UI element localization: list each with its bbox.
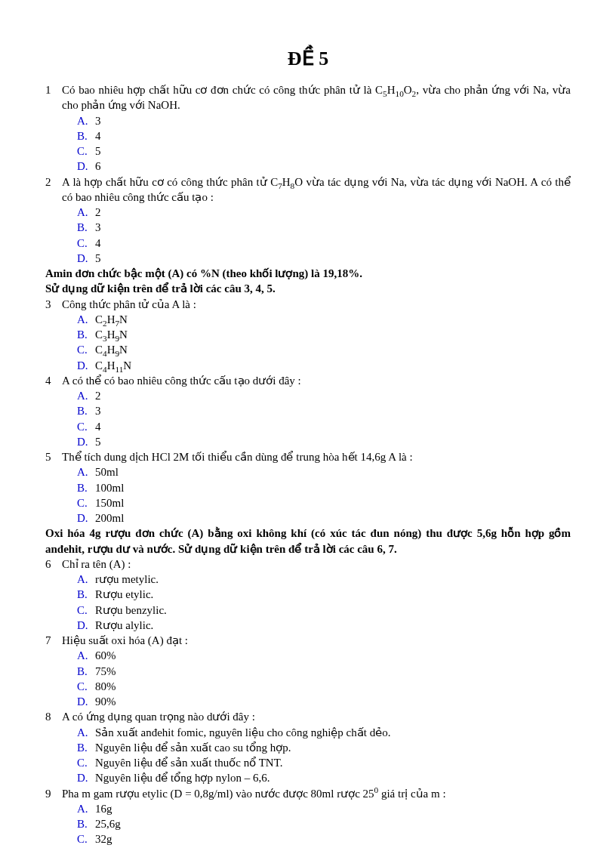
option-text: 3 [95,113,101,128]
option: A.60% [77,648,571,663]
question-text: A là hợp chất hữu cơ có công thức phân t… [62,174,571,205]
options: A.50mlB.100mlC.150mlD.200ml [77,464,571,526]
question: 9Pha m gam rượu etylic (D = 0,8g/ml) vào… [45,786,571,801]
option: A.rượu metylic. [77,572,571,587]
question-text: Có bao nhiêu hợp chất hữu cơ đơn chức có… [62,82,571,113]
option-letter: B. [77,587,95,602]
option: D.6 [77,159,571,174]
option-text: 25,6g [95,816,121,831]
question-text: Chỉ ra tên (A) : [62,557,571,572]
option-text: 200ml [95,510,124,526]
option-letter: C. [77,679,95,694]
question: 2A là hợp chất hữu cơ có công thức phân … [45,174,571,205]
option-text: 2 [95,205,101,220]
question-number: 1 [45,82,62,113]
option-letter: A. [77,572,95,587]
option: A.C2H7N [77,312,571,327]
question-number: 9 [45,786,62,801]
option-text: 5 [95,434,101,449]
option-text: Sản xuất anđehit fomic, nguyên liệu cho … [95,725,390,740]
option: C.80% [77,679,571,694]
option-text: 75% [95,664,116,679]
option: A.2 [77,388,571,403]
question-number: 8 [45,709,62,724]
option-letter: A. [77,113,95,128]
option: D.90% [77,694,571,709]
option: B.Nguyên liệu để sản xuất cao su tổng hợ… [77,740,571,755]
option: B.4 [77,128,571,143]
option-letter: D. [77,251,95,266]
option-letter: C. [77,603,95,618]
question-number: 7 [45,633,62,648]
option-text: C3H9N [95,327,128,342]
option-text: Rượu etylic. [95,587,153,602]
option-letter: A. [77,464,95,480]
option-letter: B. [77,664,95,679]
option-letter: D. [77,694,95,709]
option-letter: D. [77,618,95,633]
options: A.2B.3C.4D.5 [77,205,571,266]
option: A.2 [77,205,571,220]
option-letter: C. [77,143,95,159]
option-text: 5 [95,143,101,159]
option: D.Rượu alylic. [77,618,571,633]
options: A.60%B.75%C.80%D.90% [77,648,571,709]
option-letter: B. [77,327,95,342]
options: A.Sản xuất anđehit fomic, nguyên liệu ch… [77,725,571,786]
options: A.2B.3C.4D.5 [77,388,571,449]
options: A.rượu metylic.B.Rượu etylic.C.Rượu benz… [77,572,571,633]
option-letter: B. [77,128,95,143]
option: A.3 [77,113,571,128]
option-text: 6 [95,159,101,174]
question-text: Pha m gam rượu etylic (D = 0,8g/ml) vào … [62,786,571,801]
option: C.150ml [77,495,571,510]
option: B.100ml [77,480,571,495]
option-letter: D. [77,770,95,785]
question-text: A có thể có bao nhiêu công thức cấu tạo … [62,373,571,388]
option: B.25,6g [77,816,571,831]
options: A.C2H7NB.C3H9NC.C4H9ND.C4H11N [77,312,571,373]
option: C.32g [77,831,571,846]
option: A.50ml [77,464,571,480]
passage-text: Oxi hóa 4g rượu đơn chức (A) bằng oxi kh… [45,526,571,557]
option-text: C2H7N [95,312,128,327]
options: A.3B.4C.5D.6 [77,113,571,174]
option-letter: A. [77,725,95,740]
option: C.Nguyên liệu để sản xuất thuốc nổ TNT. [77,755,571,770]
question: 7Hiệu suất oxi hóa (A) đạt : [45,633,571,648]
option: B.Rượu etylic. [77,587,571,602]
option-text: 32g [95,831,112,846]
option-letter: D. [77,159,95,174]
passage-text: Amin đơn chức bậc một (A) có %N (theo kh… [45,266,571,281]
option-letter: C. [77,342,95,357]
option-text: 3 [95,220,101,235]
option-text: 90% [95,694,116,709]
question-number: 4 [45,373,62,388]
option-letter: A. [77,801,95,816]
option-text: 3 [95,403,101,418]
question-text: A có ứng dụng quan trọng nào dưới đây : [62,709,571,724]
option-letter: D. [77,358,95,373]
question-text: Công thức phân tử của A là : [62,297,571,312]
option-text: Nguyên liệu để sản xuất cao su tổng hợp. [95,740,291,755]
option-text: C4H11N [95,358,131,373]
option: C.4 [77,236,571,251]
option: B.3 [77,220,571,235]
option: C.C4H9N [77,342,571,357]
option: D.200ml [77,510,571,526]
option: C.5 [77,143,571,159]
question: 4A có thể có bao nhiêu công thức cấu tạo… [45,373,571,388]
option: D.5 [77,434,571,449]
question-number: 6 [45,557,62,572]
question: 6Chỉ ra tên (A) : [45,557,571,572]
option: A.Sản xuất anđehit fomic, nguyên liệu ch… [77,725,571,740]
option-text: Nguyên liệu để sản xuất thuốc nổ TNT. [95,755,282,770]
option-letter: C. [77,236,95,251]
question: 8A có ứng dụng quan trọng nào dưới đây : [45,709,571,724]
option: B.C3H9N [77,327,571,342]
option: D.C4H11N [77,358,571,373]
option-letter: D. [77,510,95,526]
question-number: 2 [45,174,62,205]
option: B.3 [77,403,571,418]
question-number: 5 [45,449,62,464]
